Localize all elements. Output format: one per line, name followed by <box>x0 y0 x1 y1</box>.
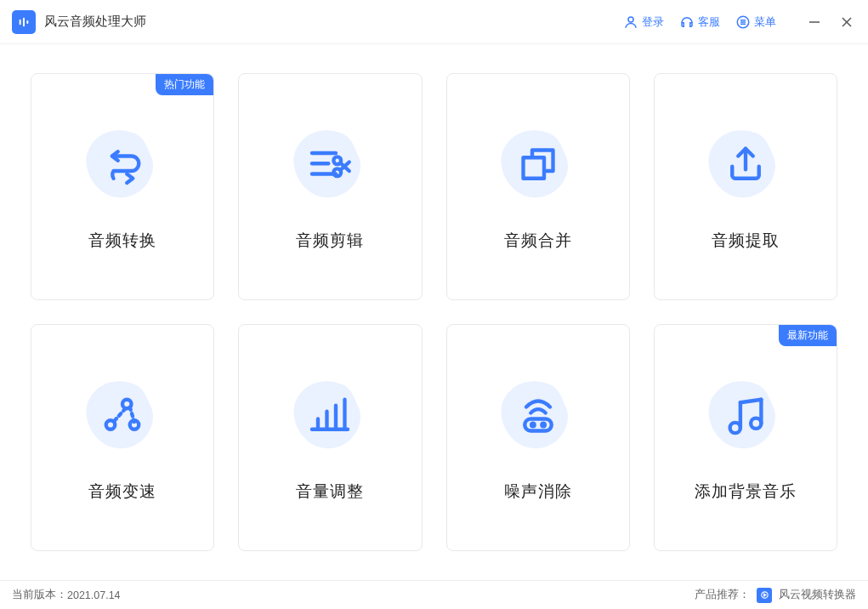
version-value: 2021.07.14 <box>67 589 121 601</box>
card-audio-cut[interactable]: 音频剪辑 <box>238 73 422 300</box>
new-badge: 最新功能 <box>779 325 837 346</box>
minimize-button[interactable] <box>805 13 824 31</box>
card-icon-wrap <box>279 122 381 208</box>
cut-icon <box>306 141 354 189</box>
recommend-product-icon <box>757 588 772 603</box>
card-icon-wrap <box>71 122 173 208</box>
card-audio-merge[interactable]: 音频合并 <box>446 73 630 300</box>
svg-rect-1 <box>23 17 25 26</box>
card-label: 音频变速 <box>88 481 156 503</box>
support-button[interactable]: 客服 <box>679 14 720 30</box>
volume-icon <box>306 392 354 440</box>
card-audio-extract[interactable]: 音频提取 <box>654 73 837 300</box>
card-label: 音量调整 <box>296 481 364 503</box>
svg-rect-0 <box>20 19 21 25</box>
close-button[interactable] <box>837 13 856 31</box>
recommend-product-name: 风云视频转换器 <box>779 588 856 602</box>
version-label: 当前版本： <box>12 588 67 602</box>
svg-point-29 <box>531 423 535 426</box>
minimize-icon <box>808 16 820 28</box>
card-label: 音频合并 <box>504 230 572 252</box>
product-recommend[interactable]: 产品推荐： 风云视频转换器 <box>695 588 856 603</box>
svg-rect-28 <box>525 418 552 430</box>
login-button[interactable]: 登录 <box>623 14 664 30</box>
extract-icon <box>722 141 769 189</box>
card-volume-adjust[interactable]: 音量调整 <box>238 324 422 551</box>
card-add-bgm[interactable]: 最新功能 添加背景音乐 <box>654 324 837 551</box>
card-label: 音频提取 <box>712 230 780 252</box>
card-label: 噪声消除 <box>504 481 572 503</box>
user-icon <box>623 14 638 30</box>
card-label: 音频转换 <box>88 230 156 252</box>
titlebar: 风云音频处理大师 登录 客服 菜单 <box>0 0 868 44</box>
card-icon-wrap <box>71 373 173 458</box>
card-noise-remove[interactable]: 噪声消除 <box>446 324 630 551</box>
card-audio-speed[interactable]: 音频变速 <box>31 324 214 551</box>
card-icon-wrap <box>695 122 797 208</box>
noise-icon <box>514 392 562 440</box>
music-icon <box>722 392 769 440</box>
menu-button[interactable]: 菜单 <box>735 14 776 30</box>
card-icon-wrap <box>695 373 797 458</box>
card-label: 音频剪辑 <box>296 230 364 252</box>
svg-rect-18 <box>523 157 544 179</box>
svg-line-35 <box>740 399 762 402</box>
menu-label: 菜单 <box>754 14 776 30</box>
card-icon-wrap <box>487 122 589 208</box>
support-label: 客服 <box>698 14 720 30</box>
app-logo <box>12 10 36 34</box>
card-label: 添加背景音乐 <box>695 481 797 503</box>
menu-circle-icon <box>735 14 751 30</box>
login-label: 登录 <box>642 14 664 30</box>
titlebar-actions: 登录 客服 菜单 <box>623 13 856 31</box>
svg-point-3 <box>628 17 633 22</box>
merge-icon <box>514 141 562 189</box>
svg-point-30 <box>542 423 545 426</box>
statusbar: 当前版本： 2021.07.14 产品推荐： 风云视频转换器 <box>0 580 868 609</box>
card-icon-wrap <box>487 373 589 458</box>
feature-grid: 热门功能 音频转换 音频剪辑 <box>0 44 868 580</box>
card-audio-convert[interactable]: 热门功能 音频转换 <box>31 73 214 300</box>
convert-icon <box>99 141 146 189</box>
svg-rect-2 <box>26 20 28 24</box>
hot-badge: 热门功能 <box>156 74 213 95</box>
close-icon <box>841 16 853 28</box>
card-icon-wrap <box>279 373 381 458</box>
recommend-label: 产品推荐： <box>695 588 750 602</box>
app-title: 风云音频处理大师 <box>44 14 146 30</box>
sound-bars-icon <box>17 15 31 29</box>
headset-icon <box>679 14 695 30</box>
speed-icon <box>99 392 146 440</box>
